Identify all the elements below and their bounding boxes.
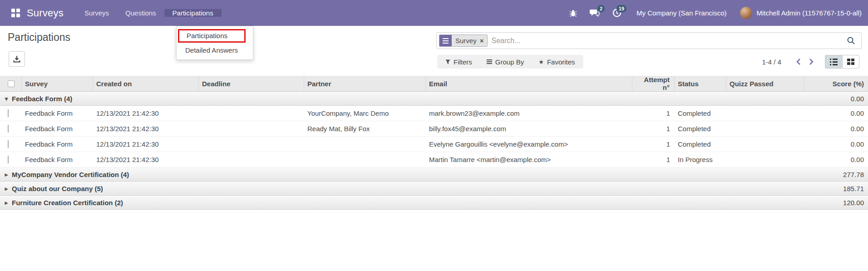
- cell-survey: Feedback Form: [22, 140, 93, 148]
- menu-questions[interactable]: Questions: [117, 9, 164, 17]
- activities-badge: 19: [616, 5, 626, 12]
- table-row[interactable]: Feedback Form 12/13/2021 21:42:30 YourCo…: [0, 106, 868, 121]
- menu-participations[interactable]: Participations: [164, 9, 222, 17]
- user-avatar: [740, 7, 752, 19]
- activities-clock-icon[interactable]: 19: [607, 5, 626, 22]
- group-row-quiz-about-our-company[interactable]: ▸ Quiz about our Company (5) 185.71: [0, 182, 868, 196]
- cell-score: 0.00: [804, 156, 868, 163]
- cell-status: Completed: [675, 109, 726, 117]
- select-all-checkbox[interactable]: [8, 80, 15, 87]
- caret-collapsed-icon: ▸: [3, 199, 10, 206]
- column-header-deadline[interactable]: Deadline: [199, 76, 304, 91]
- filters-button[interactable]: Filters: [445, 58, 472, 66]
- facet-groupby-icon: [439, 35, 452, 46]
- company-switcher[interactable]: My Company (San Francisco): [629, 9, 736, 17]
- group-by-icon: [487, 59, 492, 64]
- cell-status: Completed: [675, 125, 726, 133]
- cell-quizz-passed: [726, 140, 804, 148]
- table-row[interactable]: Feedback Form 12/13/2021 21:42:30 Evelyn…: [0, 137, 868, 152]
- column-header-survey[interactable]: Survey: [22, 76, 93, 91]
- cell-survey: Feedback Form: [22, 109, 93, 117]
- group-row-mycompany-vendor-certification[interactable]: ▸ MyCompany Vendor Certification (4) 277…: [0, 168, 868, 182]
- group-score: 0.00: [804, 95, 868, 103]
- cell-survey: Feedback Form: [22, 156, 93, 163]
- cell-created-on: 12/13/2021 21:42:30: [93, 125, 199, 133]
- pager-counter[interactable]: 1-4 / 4: [762, 58, 781, 66]
- cell-email: Evelyne Gargouillis <evelyne@example.com…: [426, 140, 632, 148]
- cell-status: Completed: [675, 140, 726, 148]
- group-row-feedback-form[interactable]: ▾ Feedback Form (4) 0.00: [0, 92, 868, 106]
- group-by-button[interactable]: Group By: [487, 58, 524, 66]
- column-header-status[interactable]: Status: [675, 76, 726, 91]
- user-menu[interactable]: Mitchell Admin (11576767-15-0-all): [740, 7, 862, 19]
- pager-zone: 1-4 / 4: [762, 55, 859, 69]
- table-row[interactable]: Feedback Form 12/13/2021 21:42:30 Martin…: [0, 152, 868, 168]
- caret-expanded-icon: ▾: [3, 95, 10, 102]
- view-controls: Filters Group By ★ Favorites: [437, 55, 583, 69]
- pager-next-icon[interactable]: [805, 55, 818, 68]
- column-header-created-on[interactable]: Created on: [93, 76, 199, 91]
- cell-attempt: 1: [632, 156, 675, 163]
- facet-label: Survey: [455, 37, 477, 44]
- page-title: Participations: [8, 31, 70, 44]
- header-select-all[interactable]: [0, 76, 22, 91]
- kanban-view-button[interactable]: [842, 55, 859, 69]
- cell-attempt: 1: [632, 109, 675, 117]
- group-row-furniture-creation-certification[interactable]: ▸ Furniture Creation Certification (2) 1…: [0, 196, 868, 210]
- group-label: Quiz about our Company (5): [10, 185, 804, 192]
- facet-remove-icon[interactable]: ×: [480, 37, 484, 44]
- cell-partner: Ready Mat, Billy Fox: [304, 125, 426, 133]
- cell-created-on: 12/13/2021 21:42:30: [93, 140, 199, 148]
- participations-dropdown-menu: Participations Detailed Answers: [176, 26, 253, 60]
- list-view-button[interactable]: [825, 55, 842, 69]
- pager-previous-icon[interactable]: [792, 55, 805, 68]
- row-checkbox[interactable]: [8, 125, 9, 133]
- cell-email: Martin Tamarre <martin@example.com>: [426, 156, 632, 163]
- column-header-score[interactable]: Score (%): [804, 76, 868, 91]
- funnel-icon: [445, 59, 450, 64]
- export-button[interactable]: [9, 51, 25, 67]
- cell-attempt: 1: [632, 125, 675, 133]
- column-header-email[interactable]: Email: [426, 76, 632, 91]
- dropdown-item-detailed-answers[interactable]: Detailed Answers: [177, 44, 253, 57]
- favorites-button[interactable]: ★ Favorites: [538, 58, 575, 66]
- cell-quizz-passed: [726, 109, 804, 117]
- row-checkbox[interactable]: [8, 140, 9, 148]
- row-checkbox[interactable]: [8, 156, 9, 163]
- cell-partner: YourCompany, Marc Demo: [304, 109, 426, 117]
- row-checkbox[interactable]: [8, 109, 9, 117]
- search-facet-survey[interactable]: Survey ×: [439, 34, 488, 47]
- cell-score: 0.00: [804, 140, 868, 148]
- cell-status: In Progress: [675, 156, 726, 163]
- group-label: MyCompany Vendor Certification (4): [10, 171, 804, 178]
- column-header-quizz-passed[interactable]: Quizz Passed: [726, 76, 804, 91]
- dropdown-item-participations[interactable]: Participations: [179, 30, 244, 41]
- kanban-view-icon: [847, 59, 854, 65]
- debug-bug-icon[interactable]: [564, 5, 582, 22]
- participations-list: Survey Created on Deadline Partner Email…: [0, 76, 868, 210]
- menu-surveys[interactable]: Surveys: [76, 9, 117, 17]
- cell-quizz-passed: [726, 156, 804, 163]
- messages-icon[interactable]: 2: [586, 5, 604, 22]
- download-icon: [13, 55, 20, 63]
- caret-collapsed-icon: ▸: [3, 171, 10, 178]
- table-header-row: Survey Created on Deadline Partner Email…: [0, 76, 868, 92]
- apps-grid-icon[interactable]: [11, 9, 20, 18]
- main-menu: Surveys Questions Participations: [76, 9, 222, 17]
- caret-collapsed-icon: ▸: [3, 185, 10, 192]
- top-navbar: Surveys Surveys Questions Participations: [0, 0, 868, 26]
- cell-quizz-passed: [726, 125, 804, 133]
- search-icon[interactable]: [847, 36, 855, 45]
- group-score: 277.78: [804, 171, 868, 178]
- cell-score: 0.00: [804, 125, 868, 133]
- search-input[interactable]: [488, 37, 847, 45]
- star-icon: ★: [538, 59, 544, 65]
- column-header-attempt[interactable]: Attempt n°: [632, 76, 675, 91]
- app-brand[interactable]: Surveys: [27, 7, 76, 19]
- cell-survey: Feedback Form: [22, 125, 93, 133]
- list-view-icon: [830, 59, 838, 65]
- table-row[interactable]: Feedback Form 12/13/2021 21:42:30 Ready …: [0, 121, 868, 137]
- group-score: 185.71: [804, 185, 868, 192]
- column-header-partner[interactable]: Partner: [304, 76, 426, 91]
- user-name: Mitchell Admin (11576767-15-0-all): [756, 9, 862, 17]
